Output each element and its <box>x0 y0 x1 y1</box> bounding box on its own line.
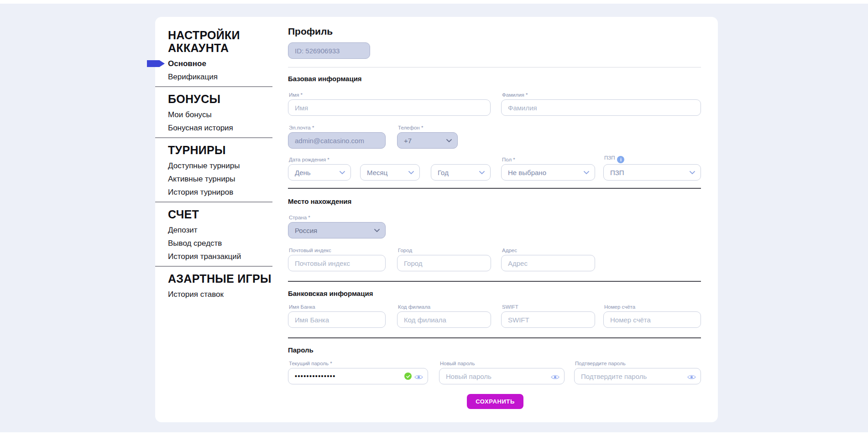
gender-value: Не выбрано <box>508 169 546 176</box>
sidebar-item-label: Депозит <box>168 226 198 234</box>
first-name-input[interactable] <box>288 99 491 116</box>
birth-day-value: День <box>295 169 311 176</box>
chevron-down-icon <box>690 171 695 174</box>
bank-name-input[interactable] <box>288 311 386 328</box>
birth-month-value: Месяц <box>367 169 387 176</box>
sidebar-divider <box>155 137 272 138</box>
phone-label: Телефон * <box>398 125 423 130</box>
birth-year-value: Год <box>438 169 449 176</box>
section-divider <box>288 188 701 189</box>
sidebar-item-bonus-history[interactable]: Бонусная история <box>168 124 277 132</box>
basic-info-header: Базовая информация <box>288 75 362 83</box>
pzp-value: ПЗП <box>610 169 624 176</box>
chevron-down-icon <box>374 229 380 232</box>
sidebar-item-transaction-history[interactable]: История транзакций <box>168 253 277 260</box>
sidebar-divider <box>155 202 272 202</box>
account-number-field: Номер счёта <box>603 311 701 328</box>
sidebar-item-label: Доступные турниры <box>168 161 240 170</box>
save-button[interactable]: СОХРАНИТЬ <box>467 394 523 409</box>
sidebar-divider <box>155 266 272 267</box>
gender-select[interactable]: Не выбрано <box>501 164 595 181</box>
sidebar-item-tournament-history[interactable]: История турниров <box>168 188 277 196</box>
account-number-input[interactable] <box>603 311 701 328</box>
chevron-down-icon <box>408 171 414 174</box>
phone-code-value: +7 <box>404 137 412 145</box>
settings-sidebar: НАСТРОЙКИ АККАУНТА Основное Верификация … <box>168 23 277 304</box>
sidebar-item-label: Активные турниры <box>168 175 235 183</box>
address-field: Адрес <box>501 255 595 271</box>
sidebar-item-available-tournaments[interactable]: Доступные турниры <box>168 162 277 170</box>
account-settings-page: { "colors": { "page_bg": "#edf0f8", "acc… <box>0 0 868 435</box>
eye-icon[interactable] <box>414 373 423 382</box>
country-value: Россия <box>295 227 317 234</box>
postal-code-field: Почтовый индекс <box>288 255 386 271</box>
birth-day-field: Дата рождения * День <box>288 164 351 181</box>
current-password-field: Текущий пароль * <box>288 368 428 384</box>
settings-card: НАСТРОЙКИ АККАУНТА Основное Верификация … <box>155 17 718 422</box>
sidebar-item-label: Вывод средств <box>168 239 222 248</box>
sidebar-item-verification[interactable]: Верификация <box>168 73 277 81</box>
section-divider <box>288 67 701 67</box>
city-input[interactable] <box>397 255 491 271</box>
phone-code-select: +7 <box>397 132 458 149</box>
eye-icon[interactable] <box>551 373 559 382</box>
profile-form: Профиль Базовая информация Имя * Фамилия… <box>288 17 701 422</box>
sidebar-item-withdrawal[interactable]: Вывод средств <box>168 239 277 247</box>
pzp-select[interactable]: ПЗП <box>603 164 701 181</box>
current-password-label: Текущий пароль * <box>289 361 332 366</box>
chevron-down-icon <box>584 171 589 174</box>
sidebar-item-deposit[interactable]: Депозит <box>168 226 277 234</box>
sidebar-item-label: Мои бонусы <box>168 110 212 119</box>
section-divider <box>288 337 701 338</box>
sidebar-item-bet-history[interactable]: История ставок <box>168 290 277 298</box>
sidebar-item-my-bonuses[interactable]: Мои бонусы <box>168 111 277 119</box>
sidebar-section-title-account: НАСТРОЙКИ АККАУНТА <box>168 29 277 54</box>
sidebar-item-label: Основное <box>168 59 206 68</box>
new-password-input[interactable] <box>439 368 565 384</box>
eye-icon[interactable] <box>687 373 696 382</box>
confirm-password-input[interactable] <box>574 368 701 384</box>
city-field: Город <box>397 255 491 271</box>
email-input <box>288 132 386 149</box>
swift-field: SWIFT <box>501 311 595 328</box>
profile-id-field <box>288 42 370 59</box>
location-header: Место нахождения <box>288 197 351 205</box>
country-label: Страна * <box>289 215 310 220</box>
country-field: Страна * Россия <box>288 222 386 238</box>
branch-code-label: Код филиала <box>398 304 430 310</box>
bottom-strip <box>0 432 868 435</box>
first-name-field: Имя * <box>288 99 491 116</box>
birth-year-field: Год <box>431 164 491 181</box>
address-label: Адрес <box>502 248 517 253</box>
gender-field: Пол * Не выбрано <box>501 164 595 181</box>
sidebar-item-active-tournaments[interactable]: Активные турниры <box>168 175 277 183</box>
sidebar-item-label: История турниров <box>168 188 233 197</box>
last-name-label: Фамилия * <box>502 92 528 98</box>
sidebar-item-main[interactable]: Основное <box>168 60 277 67</box>
swift-input[interactable] <box>501 311 595 328</box>
new-password-field: Новый пароль <box>439 368 565 384</box>
bank-name-label: Имя Банка <box>289 304 315 310</box>
last-name-input[interactable] <box>501 99 701 116</box>
birth-year-select[interactable]: Год <box>431 164 491 181</box>
sidebar-section-title-gambling: АЗАРТНЫЕ ИГРЫ <box>168 272 277 285</box>
branch-code-input[interactable] <box>397 311 491 328</box>
page-title: Профиль <box>288 26 333 37</box>
address-input[interactable] <box>501 255 595 271</box>
chevron-down-icon <box>479 171 485 174</box>
active-item-arrow-icon <box>147 60 165 67</box>
sidebar-item-label: Бонусная история <box>168 124 233 132</box>
birth-month-select[interactable]: Месяц <box>360 164 420 181</box>
new-password-label: Новый пароль <box>440 361 475 366</box>
sidebar-section-title-bonuses: БОНУСЫ <box>168 93 277 105</box>
sidebar-item-label: Верификация <box>168 72 218 81</box>
birth-day-select[interactable]: День <box>288 164 351 181</box>
info-icon[interactable]: i <box>617 156 624 163</box>
birth-date-label: Дата рождения * <box>289 157 329 162</box>
bank-info-header: Банковская информация <box>288 290 373 297</box>
sidebar-section-title-tournaments: ТУРНИРЫ <box>168 144 277 156</box>
city-label: Город <box>398 248 412 253</box>
account-number-label: Номер счёта <box>604 304 635 310</box>
birth-month-field: Месяц <box>360 164 420 181</box>
postal-code-input[interactable] <box>288 255 386 271</box>
